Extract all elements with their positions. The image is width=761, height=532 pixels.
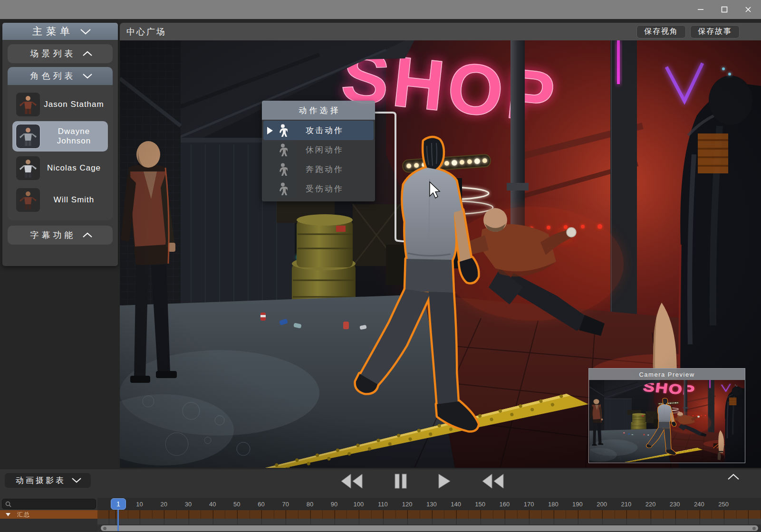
fast-forward-button[interactable] xyxy=(482,474,504,489)
ruler-tick: 230 xyxy=(663,501,687,508)
character-name: Will Smith xyxy=(40,195,108,205)
save-view-button[interactable]: 保存视角 xyxy=(636,25,686,38)
ruler-tick: 190 xyxy=(565,501,589,508)
timeline-panel: 动画摄影表 10 20 xyxy=(0,469,761,532)
character-list-label: 角色列表 xyxy=(28,70,76,82)
ruler-tick: 250 xyxy=(712,501,736,508)
action-popup-title: 动作选择 xyxy=(262,101,375,120)
collapse-triangle-icon xyxy=(6,513,10,516)
minimize-button[interactable] xyxy=(694,3,708,16)
collapse-panel-button[interactable] xyxy=(727,473,740,483)
ruler-tick: 160 xyxy=(492,501,517,508)
character-row-nicolas-cage[interactable]: Nicolas Cage xyxy=(12,153,108,183)
ruler-tick: 90 xyxy=(322,501,347,508)
viewport-3d-scene[interactable]: SHOP SHOP xyxy=(120,40,761,468)
chevron-down-icon xyxy=(82,73,93,79)
action-item-attack[interactable]: 攻击动作 xyxy=(263,121,374,140)
maximize-icon xyxy=(721,6,728,13)
character-row-will-smith[interactable]: Will Smith xyxy=(12,185,108,215)
channel-track[interactable] xyxy=(97,519,761,524)
camera-preview-panel: Camera Preview xyxy=(588,368,745,463)
scene-list-button[interactable]: 场景列表 xyxy=(8,44,113,63)
ruler-tick: 120 xyxy=(395,501,419,508)
ruler-tick: 20 xyxy=(152,501,176,508)
timeline-scrollbar-thumb[interactable] xyxy=(101,525,758,531)
character-thumbnail xyxy=(16,156,40,180)
sidebar-panel: 主菜单 场景列表 角色列表 xyxy=(2,23,118,266)
scene-name: 中心广场 xyxy=(120,26,632,38)
character-figure-icon xyxy=(18,94,39,115)
chevron-up-icon xyxy=(727,473,740,481)
ruler-tick: 210 xyxy=(614,501,638,508)
transport-controls xyxy=(340,471,504,491)
current-frame-indicator[interactable]: 1 xyxy=(111,498,126,510)
ruler-tick: 110 xyxy=(371,501,395,508)
title-bar xyxy=(0,0,761,19)
viewport-header: 中心广场 保存视角 保存故事 xyxy=(120,23,761,40)
ruler-tick: 80 xyxy=(298,501,322,508)
action-item-hurt[interactable]: 受伤动作 xyxy=(263,179,374,199)
main-menu-header[interactable]: 主菜单 xyxy=(2,23,118,40)
camera-preview-title: Camera Preview xyxy=(589,369,745,380)
fast-forward-icon xyxy=(482,474,504,489)
timeline-scrollbar xyxy=(97,525,761,532)
playhead-line xyxy=(117,510,119,531)
ruler-tick: 220 xyxy=(638,501,663,508)
ruler-tick: 200 xyxy=(590,501,614,508)
person-icon xyxy=(278,124,288,137)
ruler-tick: 60 xyxy=(249,501,273,508)
search-icon xyxy=(5,501,11,507)
character-list-section: 角色列表 Ja xyxy=(8,67,113,220)
ruler-tick: 30 xyxy=(176,501,200,508)
character-row-jason-statham[interactable]: Jason Statham xyxy=(12,89,108,120)
ruler-tick: 130 xyxy=(419,501,443,508)
subtitle-function-label: 字幕功能 xyxy=(28,229,76,241)
character-name: Jason Statham xyxy=(40,100,108,109)
character-thumbnail xyxy=(16,93,40,116)
pause-button[interactable] xyxy=(394,473,408,489)
character-figure-icon xyxy=(18,158,39,179)
chevron-down-icon xyxy=(79,28,92,35)
rewind-button[interactable] xyxy=(340,474,363,489)
ruler-tick: 10 xyxy=(127,501,152,508)
pause-icon xyxy=(394,473,408,489)
summary-channel-row[interactable]: 汇总 xyxy=(0,510,97,519)
timeline-ruler[interactable]: 10 20 30 40 50 60 70 80 90 100 110 120 1… xyxy=(97,498,761,510)
chevron-down-icon xyxy=(71,477,82,484)
person-icon xyxy=(278,182,288,195)
ruler-tick: 140 xyxy=(443,501,468,508)
character-figure-icon xyxy=(18,126,39,147)
action-label: 受伤动作 xyxy=(288,183,374,194)
character-row-dwayne-johnson[interactable]: Dwayne Johnson xyxy=(12,121,108,152)
character-figure-icon xyxy=(18,190,39,210)
action-item-run[interactable]: 奔跑动作 xyxy=(263,160,374,179)
ruler-tick: 180 xyxy=(541,501,565,508)
action-item-idle[interactable]: 休闲动作 xyxy=(263,140,374,160)
close-icon xyxy=(744,6,752,13)
summary-channel-track[interactable] xyxy=(97,510,761,519)
character-list-header[interactable]: 角色列表 xyxy=(8,67,113,85)
maximize-button[interactable] xyxy=(717,3,732,16)
play-triangle-icon xyxy=(267,127,273,134)
ruler-tick: 170 xyxy=(517,501,541,508)
character-name: Dwayne Johnson xyxy=(40,127,108,146)
save-story-button[interactable]: 保存故事 xyxy=(690,25,740,38)
scene-list-label: 场景列表 xyxy=(28,48,76,59)
ruler-tick: 40 xyxy=(201,501,225,508)
action-label: 休闲动作 xyxy=(288,144,374,155)
person-icon xyxy=(278,143,288,156)
rewind-icon xyxy=(340,474,363,489)
close-button[interactable] xyxy=(741,3,755,16)
action-label: 攻击动作 xyxy=(288,125,374,136)
subtitle-function-button[interactable]: 字幕功能 xyxy=(8,226,113,245)
dope-sheet-dropdown[interactable]: 动画摄影表 xyxy=(5,473,91,488)
channel-search-box xyxy=(2,499,96,509)
action-label: 奔跑动作 xyxy=(288,164,374,175)
action-selection-popup: 动作选择 攻击动作 休闲动作 xyxy=(262,101,375,201)
ruler-tick: 50 xyxy=(225,501,249,508)
person-icon xyxy=(278,163,288,176)
search-input[interactable] xyxy=(14,500,93,508)
play-button[interactable] xyxy=(438,474,451,489)
character-name: Nicolas Cage xyxy=(40,163,108,173)
summary-label: 汇总 xyxy=(17,511,30,519)
